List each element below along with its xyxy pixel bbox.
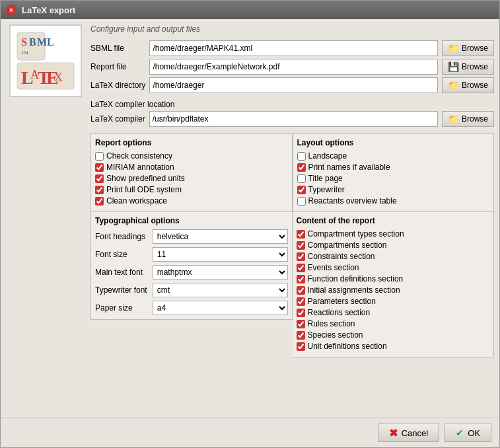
titlebar: × LaTeX export xyxy=(1,1,499,19)
sbml-label: SBML file xyxy=(90,44,145,53)
compiler-label: LaTeX compiler xyxy=(90,114,145,124)
typewriter-font-select[interactable]: cmt xyxy=(153,283,288,297)
reactants-label: Reactants overview table xyxy=(308,196,397,205)
species-checkbox[interactable] xyxy=(297,331,305,340)
main-text-font-select[interactable]: mathptmx xyxy=(153,265,288,280)
svg-text:B: B xyxy=(29,36,36,48)
predefined-units-label: Show predefined units xyxy=(106,174,185,183)
print-ode-row: Print full ODE system xyxy=(95,185,288,194)
unit-defs-checkbox[interactable] xyxy=(297,342,305,351)
print-ode-label: Print full ODE system xyxy=(106,185,182,194)
miriam-row: MIRIAM annotation xyxy=(95,163,288,172)
function-defs-label: Function definitions section xyxy=(308,274,404,283)
typo-title: Typographical options xyxy=(95,216,288,225)
save-icon: 💾 xyxy=(448,61,459,72)
folder-icon-3: 📁 xyxy=(448,114,459,124)
reactions-checkbox[interactable] xyxy=(297,309,305,317)
title-page-checkbox[interactable] xyxy=(297,174,306,183)
content-area: S B ML ™ L A T E X Configure input and o… xyxy=(1,19,499,418)
compiler-browse-button[interactable]: 📁 Browse xyxy=(442,111,494,127)
typo-grid: Font headings helvetica Font size 11 Mai… xyxy=(95,229,288,315)
main-text-font-label: Main text font xyxy=(95,268,147,277)
svg-text:™: ™ xyxy=(21,50,28,57)
font-headings-select[interactable]: helvetica xyxy=(153,229,288,244)
compiler-browse-label: Browse xyxy=(462,114,488,124)
events-label: Events section xyxy=(308,263,359,272)
landscape-checkbox[interactable] xyxy=(297,152,306,161)
compiler-grid: LaTeX compiler 📁 Browse xyxy=(90,111,494,127)
typewriter-font-label: Typewriter font xyxy=(95,285,147,295)
report-browse-button[interactable]: 💾 Browse xyxy=(442,59,494,75)
events-row: Events section xyxy=(297,263,490,272)
svg-text:X: X xyxy=(54,71,63,84)
rules-checkbox[interactable] xyxy=(297,320,305,328)
events-checkbox[interactable] xyxy=(297,264,305,272)
clean-workspace-checkbox[interactable] xyxy=(95,197,104,205)
ok-button[interactable]: ✔ OK xyxy=(445,424,491,442)
species-label: Species section xyxy=(308,330,363,340)
latex-dir-browse-button[interactable]: 📁 Browse xyxy=(442,77,494,93)
typewriter-label: Typewriter xyxy=(308,185,345,194)
main-window: × LaTeX export S B ML ™ L A T E xyxy=(0,0,500,448)
initial-assignments-checkbox[interactable] xyxy=(297,286,305,295)
reactants-checkbox[interactable] xyxy=(297,197,306,205)
ok-icon: ✔ xyxy=(456,428,464,438)
landscape-label: Landscape xyxy=(308,151,347,161)
print-names-checkbox[interactable] xyxy=(297,163,306,172)
rules-label: Rules section xyxy=(308,319,355,328)
report-browse-label: Browse xyxy=(462,62,488,71)
compartment-types-label: Compartment types section xyxy=(308,229,404,239)
constraints-row: Constraints section xyxy=(297,252,490,261)
svg-text:S: S xyxy=(21,36,27,48)
sbml-input[interactable] xyxy=(149,40,438,56)
font-size-select[interactable]: 11 xyxy=(153,247,288,262)
rules-row: Rules section xyxy=(297,319,490,328)
miriam-label: MIRIAM annotation xyxy=(106,163,174,172)
sbml-browse-button[interactable]: 📁 Browse xyxy=(442,40,494,56)
compartment-types-checkbox[interactable] xyxy=(297,230,305,239)
compiler-input[interactable] xyxy=(149,111,438,127)
unit-defs-row: Unit definitions section xyxy=(297,342,490,351)
predefined-units-checkbox[interactable] xyxy=(95,174,104,183)
paper-size-select[interactable]: a4 xyxy=(153,301,288,315)
compartment-types-row: Compartment types section xyxy=(297,229,490,239)
check-consistency-checkbox[interactable] xyxy=(95,152,104,161)
miriam-checkbox[interactable] xyxy=(95,163,104,172)
check-consistency-label: Check consistency xyxy=(106,151,172,161)
latex-dir-input[interactable] xyxy=(149,77,438,93)
left-options: Report options Check consistency MIRIAM … xyxy=(90,133,293,412)
latex-dir-browse-label: Browse xyxy=(462,81,488,90)
print-ode-checkbox[interactable] xyxy=(95,186,104,194)
svg-text:ML: ML xyxy=(37,36,54,48)
sbml-browse-label: Browse xyxy=(462,44,488,53)
parameters-row: Parameters section xyxy=(297,297,490,306)
font-headings-label: Font headings xyxy=(95,232,147,241)
report-options-title: Report options xyxy=(95,138,288,147)
parameters-label: Parameters section xyxy=(308,297,376,306)
clean-workspace-label: Clean workspace xyxy=(106,196,167,205)
check-consistency-row: Check consistency xyxy=(95,151,288,161)
initial-assignments-label: Initial assignments section xyxy=(308,285,400,295)
function-defs-checkbox[interactable] xyxy=(297,275,305,283)
compiler-section-label: LaTeX compiler location xyxy=(90,100,494,109)
function-defs-row: Function definitions section xyxy=(297,274,490,283)
parameters-checkbox[interactable] xyxy=(297,297,305,306)
cancel-button[interactable]: ✖ Cancel xyxy=(378,424,439,442)
bottom-bar: ✖ Cancel ✔ OK xyxy=(1,418,499,447)
report-input[interactable] xyxy=(149,59,438,75)
ok-label: OK xyxy=(468,428,480,438)
content-title: Content of the report xyxy=(297,216,490,225)
typewriter-checkbox[interactable] xyxy=(297,186,306,194)
sbml-latex-logo: S B ML ™ L A T E X xyxy=(16,31,75,91)
constraints-label: Constraints section xyxy=(308,252,375,261)
report-label: Report file xyxy=(90,62,145,71)
close-button[interactable]: × xyxy=(6,5,17,15)
species-row: Species section xyxy=(297,330,490,340)
landscape-row: Landscape xyxy=(297,151,490,161)
initial-assignments-row: Initial assignments section xyxy=(297,285,490,295)
compartments-row: Compartments section xyxy=(297,241,490,250)
report-options-panel: Report options Check consistency MIRIAM … xyxy=(90,133,293,212)
constraints-checkbox[interactable] xyxy=(297,252,305,261)
compartments-checkbox[interactable] xyxy=(297,241,305,250)
logo-box: S B ML ™ L A T E X xyxy=(9,24,82,97)
